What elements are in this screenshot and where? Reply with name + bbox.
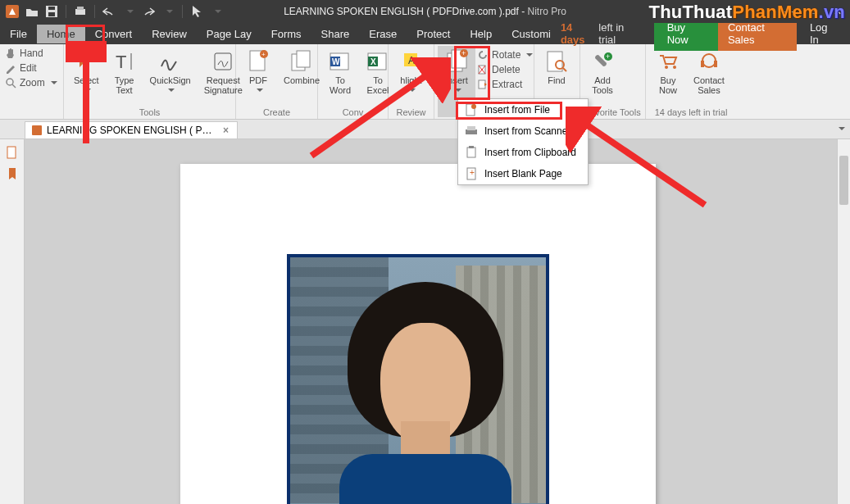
menu-file[interactable]: File bbox=[0, 25, 37, 43]
buy-now-ribbon-button[interactable]: Buy Now bbox=[649, 46, 687, 95]
undo-icon[interactable] bbox=[102, 4, 116, 19]
select-button[interactable]: Select bbox=[67, 46, 106, 95]
window-title: LEARNING SPOKEN ENGLISH ( PDFDrive.com )… bbox=[284, 6, 566, 17]
menu-page-layout[interactable]: Page Lay bbox=[197, 25, 261, 43]
svg-rect-5 bbox=[77, 7, 84, 10]
open-icon[interactable] bbox=[25, 4, 39, 19]
zoom-icon bbox=[5, 77, 16, 89]
extract-button[interactable]: Extract bbox=[475, 77, 534, 92]
add-tools-button[interactable]: + Add Tools bbox=[584, 46, 621, 95]
pdf-tab-icon bbox=[32, 125, 42, 135]
group-trial: Buy Now Contact Sales 14 days left in tr… bbox=[646, 44, 736, 119]
product-name: Nitro Pro bbox=[528, 6, 566, 17]
quicksign-button[interactable]: QuickSign bbox=[143, 46, 198, 95]
menu-convert[interactable]: Convert bbox=[85, 25, 143, 43]
print-icon[interactable] bbox=[73, 4, 88, 19]
minimize-button[interactable]: — bbox=[776, 6, 801, 17]
select-icon bbox=[74, 49, 98, 74]
doc-title: LEARNING SPOKEN ENGLISH ( PDFDrive.com )… bbox=[284, 6, 519, 17]
tools-label: Tools bbox=[64, 107, 235, 117]
quick-access-toolbar bbox=[0, 4, 224, 19]
add-tools-icon: + bbox=[590, 49, 615, 74]
menu-share[interactable]: Share bbox=[311, 25, 360, 43]
pdf-button[interactable]: + PDF bbox=[239, 46, 277, 95]
highlight-button[interactable]: A hlight bbox=[392, 46, 430, 95]
vertical-scrollbar[interactable] bbox=[837, 139, 850, 504]
type-text-icon: T bbox=[112, 49, 137, 74]
cart-icon bbox=[656, 49, 680, 74]
insert-from-scanner[interactable]: Insert from Scanner bbox=[458, 120, 588, 142]
rotate-button[interactable]: Rotate bbox=[475, 48, 534, 62]
redo-icon[interactable] bbox=[141, 4, 156, 19]
save-icon[interactable] bbox=[44, 4, 59, 19]
zoom-tool[interactable]: Zoom bbox=[3, 75, 60, 90]
pdf-page: LEARNING bbox=[180, 164, 656, 504]
svg-line-34 bbox=[563, 68, 566, 71]
insert-file-icon bbox=[465, 103, 478, 116]
cursor-tool-icon[interactable] bbox=[189, 4, 204, 19]
trial-days: 14 days bbox=[561, 21, 598, 46]
menu-customize[interactable]: Customi bbox=[502, 25, 561, 43]
bookmarks-panel-icon[interactable] bbox=[6, 167, 19, 180]
svg-rect-10 bbox=[215, 53, 231, 70]
ribbon: Hand Edit Zoom Select T Type Text QuickS… bbox=[0, 44, 850, 120]
to-word-button[interactable]: W To Word bbox=[321, 46, 359, 95]
hand-tool[interactable]: Hand bbox=[3, 46, 60, 61]
contact-sales-ribbon-button[interactable]: Contact Sales bbox=[687, 46, 731, 95]
scrollbar-thumb[interactable] bbox=[839, 156, 848, 205]
maximize-button[interactable]: ▭ bbox=[801, 6, 825, 17]
rotate-icon bbox=[477, 49, 489, 61]
redo-dropdown-icon[interactable] bbox=[161, 4, 175, 19]
word-icon: W bbox=[328, 49, 352, 74]
svg-rect-4 bbox=[75, 9, 85, 15]
svg-text:X: X bbox=[370, 57, 376, 66]
book-cover: LEARNING bbox=[287, 254, 549, 504]
cursor-dropdown-icon[interactable] bbox=[209, 4, 224, 19]
svg-text:A: A bbox=[408, 55, 415, 66]
svg-rect-41 bbox=[714, 61, 717, 67]
edit-icon bbox=[5, 62, 16, 74]
tab-close-button[interactable]: × bbox=[223, 125, 229, 136]
tab-overflow-button[interactable] bbox=[836, 123, 845, 134]
svg-point-45 bbox=[471, 104, 476, 109]
svg-rect-47 bbox=[467, 126, 475, 130]
combine-icon bbox=[289, 49, 314, 74]
svg-point-37 bbox=[665, 66, 668, 69]
find-icon bbox=[544, 49, 569, 74]
svg-text:+: + bbox=[606, 52, 610, 61]
document-viewport[interactable]: LEARNING bbox=[25, 139, 837, 504]
menu-help[interactable]: Help bbox=[460, 25, 502, 43]
highlight-icon: A bbox=[399, 49, 424, 74]
insert-blank-page[interactable]: + Insert Blank Page bbox=[458, 163, 588, 184]
type-text-button[interactable]: T Type Text bbox=[106, 46, 143, 95]
menu-erase[interactable]: Erase bbox=[359, 25, 407, 43]
edit-tool[interactable]: Edit bbox=[3, 61, 60, 75]
undo-dropdown-icon[interactable] bbox=[121, 4, 136, 19]
close-button[interactable]: ✕ bbox=[825, 6, 850, 17]
insert-from-clipboard[interactable]: Insert from Clipboard bbox=[458, 142, 588, 163]
insert-from-file[interactable]: Insert from File bbox=[458, 99, 588, 120]
insert-icon: + bbox=[444, 49, 469, 74]
pages-panel-icon[interactable] bbox=[6, 146, 19, 159]
svg-point-6 bbox=[7, 79, 13, 85]
group-view: Hand Edit Zoom bbox=[0, 44, 64, 119]
svg-point-38 bbox=[673, 66, 676, 69]
document-tab[interactable]: LEARNING SPOKEN ENGLISH ( PDFDriv… × bbox=[25, 121, 238, 138]
svg-rect-15 bbox=[297, 51, 310, 67]
hand-icon bbox=[5, 48, 16, 59]
svg-point-39 bbox=[702, 54, 716, 67]
request-signature-icon bbox=[211, 49, 235, 74]
menu-forms[interactable]: Forms bbox=[261, 25, 311, 43]
menu-review[interactable]: Review bbox=[142, 25, 197, 43]
delete-button[interactable]: Delete bbox=[475, 62, 534, 77]
blank-page-icon: + bbox=[465, 167, 478, 180]
find-button[interactable]: Find bbox=[538, 46, 575, 85]
excel-icon: X bbox=[366, 49, 390, 74]
menu-protect[interactable]: Protect bbox=[407, 25, 460, 43]
quicksign-icon bbox=[158, 49, 183, 74]
menu-home[interactable]: Home bbox=[37, 25, 85, 43]
app-icon bbox=[5, 4, 20, 19]
group-convert: W To Word X To Excel Conv bbox=[318, 44, 389, 119]
review-label: Review bbox=[389, 107, 434, 117]
svg-rect-48 bbox=[467, 148, 475, 157]
